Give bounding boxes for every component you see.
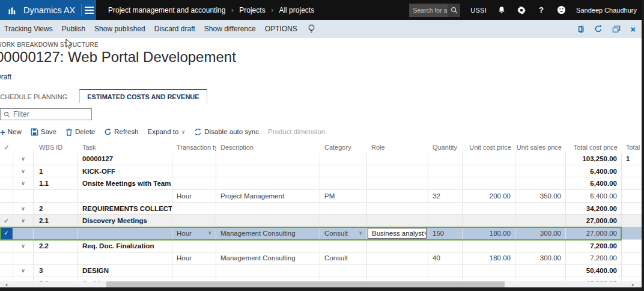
table-row[interactable]: HourProject ManagementPM32200.00350.006,…	[0, 190, 644, 203]
row-select-checkbox[interactable]	[0, 153, 13, 165]
table-row[interactable]: ∨3DESIGN50,400.00	[0, 265, 644, 277]
expand-chevron-icon[interactable]: ∨	[13, 153, 34, 165]
column-header-ttype[interactable]: Transaction type	[172, 142, 216, 153]
page-search-input[interactable]: Search for a page	[409, 4, 460, 17]
action-discard-draft[interactable]: Discard draft	[154, 25, 195, 33]
cell-wbs[interactable]	[34, 227, 78, 239]
cell-ttype[interactable]: Hour∨	[172, 227, 216, 239]
disable-auto-sync-button[interactable]: Disable auto sync	[194, 128, 259, 136]
row-select-checkbox[interactable]	[0, 203, 13, 215]
row-select-checkbox[interactable]	[0, 165, 13, 177]
open-in-office-icon[interactable]	[576, 25, 585, 34]
scroll-right-arrow-icon[interactable]: ›	[626, 281, 639, 287]
restore-window-icon[interactable]	[612, 25, 621, 33]
table-row[interactable]: ∨1.1Onsite Meetings with Team6,400.00	[0, 177, 644, 190]
company-selector[interactable]: USSI	[470, 7, 487, 14]
expand-chevron-icon[interactable]: ∨	[13, 215, 34, 227]
expand-chevron-icon[interactable]: ∨	[13, 177, 34, 189]
cell-tcp: 34,200.00	[566, 203, 622, 215]
refresh-button[interactable]: Refresh	[104, 128, 138, 136]
tab-estimated-costs-and-revenue[interactable]: ESTIMATED COSTS AND REVENUE	[79, 89, 207, 103]
cell-wbs: 2.2	[34, 240, 78, 252]
row-select-checkbox[interactable]: ✓	[0, 227, 13, 239]
cell-ucp[interactable]: 180.00	[463, 227, 515, 239]
expand-chevron-icon[interactable]: ∨	[13, 240, 34, 252]
row-select-checkbox[interactable]	[0, 265, 13, 277]
row-select-checkbox[interactable]: ✓	[0, 215, 13, 227]
feedback-smiley-icon[interactable]	[556, 5, 566, 15]
action-tracking-views[interactable]: Tracking Views	[4, 25, 53, 33]
action-publish[interactable]: Publish	[62, 25, 85, 33]
breadcrumb-page[interactable]: All projects	[279, 6, 314, 14]
role-combobox[interactable]: Business analyst∨	[368, 228, 427, 239]
delete-button[interactable]: Delete	[65, 128, 95, 136]
cell-value: 1	[39, 168, 43, 175]
expand-to-button[interactable]: Expand to ∨	[148, 128, 186, 135]
row-select-checkbox[interactable]	[0, 240, 13, 252]
brand-block[interactable]: Dynamics AX	[0, 0, 96, 20]
column-header-cat[interactable]: Category	[320, 142, 367, 153]
cell-task[interactable]	[78, 227, 172, 239]
cell-tcp[interactable]: 27,000.00	[566, 227, 622, 239]
table-row[interactable]: HourManagement ConsultingConsult40180.00…	[0, 253, 644, 265]
column-header-desc[interactable]: Description	[216, 142, 320, 153]
scrollbar-thumb[interactable]	[106, 281, 505, 287]
horizontal-scrollbar[interactable]: ‹ ›	[0, 281, 642, 287]
action-show-difference[interactable]: Show difference	[204, 25, 256, 33]
column-header-wbs[interactable]: WBS ID	[34, 142, 78, 153]
expand-chevron-icon[interactable]: ∨	[13, 203, 34, 215]
cell-cat[interactable]: Consult∨	[320, 227, 367, 239]
cell-tsp[interactable]	[622, 227, 644, 239]
row-select-checkbox[interactable]	[0, 253, 13, 265]
cell-cat	[320, 177, 367, 189]
column-header-task[interactable]: Task	[78, 142, 172, 153]
hamburger-menu-icon[interactable]	[83, 7, 96, 14]
cell-tcp: 7,200.00	[566, 240, 622, 252]
table-row[interactable]: ∨1KICK-OFF6,400.00	[0, 165, 644, 178]
column-header-qty[interactable]: Quantity	[428, 142, 463, 153]
column-header-role[interactable]: Role	[367, 142, 428, 153]
cell-usp[interactable]: 300.00	[515, 227, 566, 239]
cell-cat	[320, 165, 367, 177]
select-all-checkmark-icon[interactable]: ✓	[0, 142, 13, 153]
help-icon[interactable]: ?	[536, 5, 546, 15]
search-icon[interactable]	[448, 4, 460, 17]
cell-qty[interactable]: 150	[428, 227, 463, 239]
chevron-down-icon[interactable]: ∨	[208, 230, 211, 236]
column-header-ucp[interactable]: Unit cost price	[463, 142, 515, 153]
chevron-down-icon[interactable]: ∨	[424, 230, 427, 236]
cell-task	[78, 253, 172, 265]
table-row[interactable]: ✓∨2.1Discovery Meetings27,000.00	[0, 215, 644, 227]
expand-chevron-icon[interactable]: ∨	[13, 265, 34, 277]
scroll-left-arrow-icon[interactable]: ‹	[0, 281, 13, 287]
notifications-bell-icon[interactable]	[497, 5, 506, 15]
action-options[interactable]: OPTIONS	[265, 25, 297, 33]
ideas-lightbulb-icon[interactable]	[308, 24, 315, 34]
table-row[interactable]: ∨2REQUIREMENTS COLLECTION34,200.00	[0, 203, 644, 215]
filter-input[interactable]: Filter	[0, 108, 92, 120]
action-show-published[interactable]: Show published	[94, 25, 145, 33]
new-button[interactable]: + New	[0, 127, 22, 136]
breadcrumb-area[interactable]: Projects	[239, 6, 265, 14]
expand-chevron-icon[interactable]: ∨	[13, 165, 34, 177]
refresh-icon[interactable]	[594, 25, 603, 33]
breadcrumb: Project management and accounting › Proj…	[108, 6, 314, 14]
chevron-down-icon[interactable]: ∨	[359, 230, 362, 236]
row-select-checkbox[interactable]	[0, 190, 13, 202]
table-row[interactable]: ∨2.2Req. Doc. Finalization7,200.00	[0, 240, 644, 253]
breadcrumb-module[interactable]: Project management and accounting	[108, 6, 225, 14]
row-select-checkbox[interactable]	[0, 177, 13, 189]
cell-value: 150	[433, 230, 444, 237]
save-button[interactable]: Save	[31, 128, 56, 136]
cell-desc[interactable]: Management Consulting	[216, 227, 320, 239]
column-header-tsp[interactable]: Total sales price	[622, 142, 644, 153]
table-row[interactable]: ∨00000127103,250.001	[0, 153, 644, 165]
tab-schedule-planning[interactable]: SCHEDULE PLANNING	[0, 90, 74, 103]
table-row[interactable]: ✓Hour∨Management ConsultingConsult∨Busin…	[0, 227, 644, 240]
close-icon[interactable]: ×	[630, 25, 636, 34]
cell-role[interactable]: Business analyst∨	[367, 227, 428, 239]
column-header-usp[interactable]: Unit sales price	[515, 142, 566, 153]
column-header-tcp[interactable]: Total cost price	[566, 142, 622, 153]
user-menu[interactable]: Sandeep Chaudhury	[576, 7, 637, 14]
settings-gear-icon[interactable]	[517, 5, 526, 15]
